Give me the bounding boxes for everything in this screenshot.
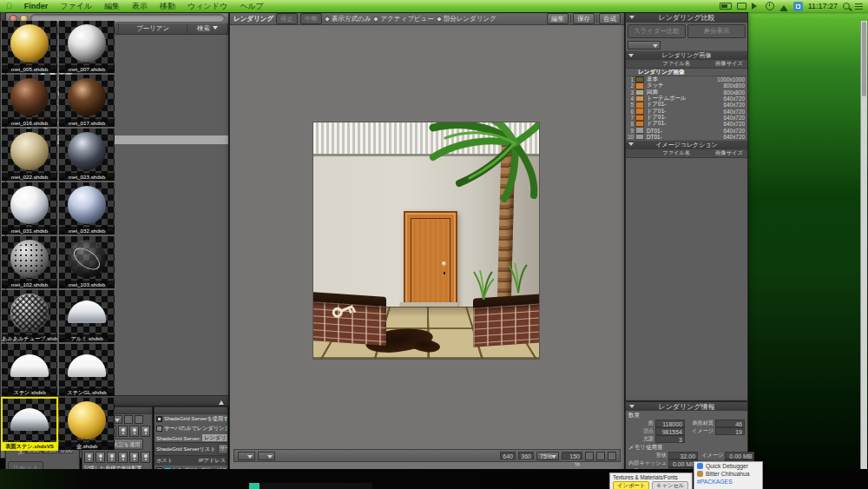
transform-button-4[interactable] — [118, 452, 128, 463]
composite-button[interactable]: 合成 — [599, 13, 621, 25]
option-box-1[interactable] — [124, 415, 133, 424]
transform-button-5[interactable] — [129, 452, 139, 463]
toggle-3[interactable] — [608, 452, 616, 460]
abort-button[interactable]: 中断 — [300, 13, 322, 25]
list-item[interactable]: Bitter Chihuahua — [694, 470, 762, 478]
material-item[interactable]: met_103.shdsb — [59, 236, 115, 288]
ip-column[interactable]: IPアドレス — [199, 457, 226, 465]
material-item[interactable]: met_102.shdsb — [2, 236, 57, 288]
display-icon[interactable] — [737, 3, 746, 10]
input-source-icon[interactable] — [793, 2, 803, 11]
menu-edit[interactable]: 編集 — [98, 0, 126, 12]
compare-mode-select[interactable] — [628, 41, 661, 50]
add-server-button[interactable]: サーバ追加 — [218, 444, 227, 454]
import-button[interactable]: インポート — [613, 481, 649, 489]
material-item[interactable]: あみあみチューブ.shdsb — [2, 290, 57, 342]
packages-link[interactable]: #PACKAGES — [697, 479, 733, 485]
material-item[interactable]: met_007.shdsb — [59, 21, 115, 73]
material-item[interactable]: ステン.shdsb — [2, 344, 57, 396]
zoom-select[interactable]: 75% — [536, 452, 559, 460]
align-button-6[interactable] — [141, 426, 150, 437]
material-item[interactable]: met_032.shdsb — [59, 182, 115, 235]
menu-window[interactable]: ウィンドウ — [181, 0, 233, 12]
view-mode-select[interactable] — [238, 452, 255, 460]
list-item[interactable]: #PACKAGES — [694, 478, 762, 486]
size-column[interactable]: 画像サイズ — [711, 60, 747, 68]
menu-go[interactable]: 移動 — [154, 0, 181, 12]
list-item[interactable]: Quick Debugger — [694, 462, 762, 470]
transform-button-2[interactable] — [95, 452, 105, 463]
width-field[interactable]: 640 — [500, 452, 516, 459]
material-item[interactable]: met_005.shdsb — [2, 21, 57, 73]
menu-help[interactable]: ヘルプ — [233, 0, 270, 12]
disclosure-open-icon[interactable] — [629, 16, 635, 22]
menu-file[interactable]: ファイル — [54, 0, 98, 12]
stop-button[interactable]: 停止 — [276, 13, 298, 25]
file-column[interactable]: ファイル名 — [641, 60, 711, 68]
display-mode-toggle[interactable]: 表示方式のみ — [325, 15, 371, 23]
battery-icon[interactable] — [720, 3, 732, 10]
height-field[interactable]: 360 — [518, 452, 534, 459]
material-item[interactable]: met_022.shdsb — [2, 129, 57, 181]
material-item[interactable]: ステンGL.shdsb — [59, 344, 115, 396]
diff-button[interactable]: 差分表示 — [687, 24, 746, 38]
transform-button-6[interactable] — [141, 452, 150, 463]
draw-mode-select[interactable] — [258, 452, 275, 460]
zoom2-field[interactable]: 150 % — [562, 452, 582, 459]
apple-icon[interactable]:  — [0, 0, 18, 12]
menu-app-name[interactable]: Finder — [18, 0, 55, 12]
disclosure-open-icon[interactable] — [629, 405, 635, 411]
memory-label: メモリ使用量 — [626, 443, 747, 452]
server-only-checkbox[interactable] — [156, 426, 162, 432]
door-frame — [404, 211, 457, 307]
column-search[interactable]: 検索 — [187, 23, 228, 34]
notification-center-icon[interactable] — [855, 3, 863, 10]
volume-icon[interactable] — [752, 3, 760, 10]
rendered-image[interactable] — [313, 122, 539, 359]
material-item[interactable]: アルミ.shdsb — [59, 290, 115, 342]
palette-scrollbar[interactable] — [860, 21, 867, 477]
image-row[interactable]: 9DT01-640x720 — [626, 127, 747, 133]
toggle-1[interactable] — [585, 452, 594, 460]
time-machine-icon[interactable] — [766, 2, 774, 10]
material-item[interactable]: met_016.shdsb — [2, 75, 57, 127]
scrollbar-thumb[interactable] — [862, 22, 866, 96]
disclosure-open-icon[interactable] — [628, 142, 634, 149]
spotlight-icon[interactable] — [843, 3, 850, 10]
edit-button[interactable]: 編集 — [547, 13, 569, 25]
partial-render-toggle[interactable]: 部分レンダリング — [437, 15, 496, 23]
material-sphere — [10, 24, 49, 63]
menu-view[interactable]: 表示 — [126, 0, 154, 12]
material-item[interactable]: met_031.shdsb — [2, 182, 57, 235]
material-item[interactable]: met_023.shdsb — [59, 129, 115, 181]
align-button-4[interactable] — [118, 426, 128, 437]
file-column[interactable]: ファイル名 — [641, 149, 711, 157]
transform-button-3[interactable] — [107, 452, 116, 463]
material-item[interactable]: met_017.shdsb — [59, 75, 115, 127]
cancel-button[interactable]: キャンセル — [652, 481, 688, 489]
collapse-icon[interactable] — [219, 398, 224, 405]
option-box-2[interactable] — [135, 415, 143, 424]
menu-clock[interactable]: 11:17:27 — [808, 2, 838, 10]
host-column[interactable]: ホスト — [156, 457, 173, 465]
column-boolean[interactable]: ブーリアン — [119, 23, 187, 34]
dock-fragment-icon[interactable] — [249, 483, 260, 489]
active-view-toggle[interactable]: アクティブビュー — [373, 15, 433, 23]
save-button[interactable]: 保存 — [573, 13, 595, 25]
align-button-5[interactable] — [129, 426, 139, 437]
size-column[interactable]: 画像サイズ — [711, 149, 747, 157]
use-server-checkbox[interactable] — [156, 416, 162, 422]
wifi-icon[interactable] — [779, 1, 788, 11]
image-row[interactable]: 8ドア01-640x720 — [626, 121, 747, 127]
disclosure-open-icon[interactable] — [628, 54, 634, 60]
server-value[interactable]: レンダリングサービス — [202, 434, 227, 441]
render-label[interactable]: レンダリング — [233, 15, 273, 23]
material-item[interactable]: 金.shdsb — [59, 398, 115, 450]
image-row[interactable]: 10DT01-640x720 — [626, 134, 747, 140]
slider-compare-button[interactable]: スライダー比較 — [628, 24, 686, 38]
toggle-2[interactable] — [596, 452, 605, 460]
material-item-selected[interactable]: 表面ステン.shdsVS — [2, 398, 57, 450]
apply-button[interactable]: 右記を適用 — [110, 439, 143, 450]
transform-button-1[interactable] — [84, 452, 94, 463]
grass-tuft — [508, 261, 529, 294]
